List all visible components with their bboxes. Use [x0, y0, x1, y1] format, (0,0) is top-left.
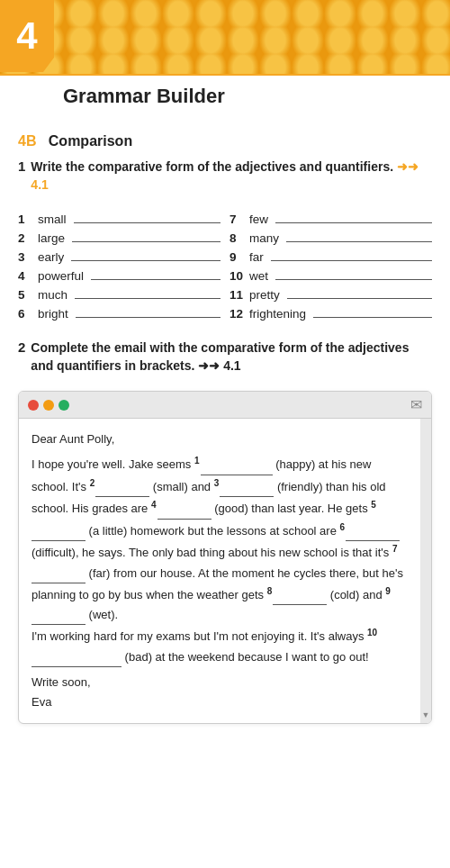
adj-item-5: 5 much — [18, 285, 220, 304]
window-controls — [28, 400, 69, 411]
exercise2-ref: ➜➜ 4.1 — [198, 358, 240, 373]
adj-item-1: 1 small — [18, 210, 220, 229]
adj-item-2: 2 large — [18, 229, 220, 248]
blank-num-5: 5 — [371, 500, 376, 510]
blank-line-9 — [271, 260, 432, 261]
blank-line-6 — [76, 317, 220, 318]
blank-line-8 — [286, 241, 432, 242]
header-title-box: Grammar Builder — [0, 74, 450, 117]
section-title: Comparison — [49, 133, 132, 149]
blank-7[interactable] — [32, 571, 86, 583]
email-body: Dear Aunt Polly, I hope you're well. Jak… — [19, 419, 420, 723]
blank-line-11 — [287, 298, 432, 299]
exercise2-title: Complete the email with the comparative … — [31, 339, 432, 375]
page-wrapper: 4 Grammar Builder 4B Comparison 1 Write … — [0, 0, 450, 868]
blank-line-4 — [91, 279, 220, 280]
adj-item-12: 12 frightening — [230, 304, 432, 323]
email-greeting: Dear Aunt Polly, — [32, 429, 406, 449]
exercise2-number: 2 — [18, 339, 25, 355]
blank-8[interactable] — [273, 592, 327, 605]
blank-6[interactable] — [346, 529, 400, 541]
blank-3[interactable] — [220, 484, 274, 497]
chapter-number-box: 4 — [0, 0, 54, 72]
email-sign-off: Write soon, — [32, 673, 406, 692]
scrollbar[interactable]: ▼ — [420, 419, 431, 723]
email-icon: ✉ — [410, 396, 422, 413]
email-box: ✉ Dear Aunt Polly, I hope you're well. J… — [18, 391, 432, 724]
header-title: Grammar Builder — [63, 85, 225, 107]
blank-5[interactable] — [32, 529, 86, 541]
blank-num-1: 1 — [194, 456, 200, 466]
exercise2-header: 2 Complete the email with the comparativ… — [18, 339, 432, 384]
blank-2[interactable] — [95, 484, 149, 497]
chapter-number: 4 — [16, 17, 37, 55]
minimize-button-dot[interactable] — [43, 400, 54, 411]
blank-line-7 — [275, 222, 432, 223]
email-titlebar: ✉ — [19, 392, 431, 419]
exercise1-number: 1 — [18, 158, 25, 174]
adj-item-7: 7 few — [230, 210, 432, 229]
section-label: 4B — [18, 133, 36, 149]
blank-line-10 — [275, 279, 432, 280]
adj-item-3: 3 early — [18, 248, 220, 267]
blank-num-7: 7 — [392, 544, 398, 554]
scroll-down-arrow[interactable]: ▼ — [422, 711, 430, 719]
blank-line-5 — [75, 298, 220, 299]
adj-item-6: 6 bright — [18, 304, 220, 323]
maximize-button-dot[interactable] — [58, 400, 69, 411]
blank-num-6: 6 — [340, 522, 346, 532]
blank-9[interactable] — [32, 612, 86, 625]
adj-item-11: 11 pretty — [230, 285, 432, 304]
blank-line-12 — [313, 317, 432, 318]
blank-line-3 — [71, 260, 220, 261]
blank-num-9: 9 — [385, 586, 391, 596]
blank-line-2 — [72, 241, 220, 242]
header: 4 Grammar Builder — [0, 0, 450, 117]
adjective-grid: 1 small 2 large 3 early 4 powerful — [18, 210, 432, 323]
blank-10[interactable] — [32, 655, 122, 667]
blank-num-8: 8 — [267, 586, 273, 596]
adj-item-9: 9 far — [230, 248, 432, 267]
close-button-dot[interactable] — [28, 400, 39, 411]
left-column: 1 small 2 large 3 early 4 powerful — [18, 210, 220, 323]
blank-num-2: 2 — [90, 478, 95, 488]
section-heading: 4B Comparison — [18, 133, 432, 149]
email-signature: Eva — [32, 692, 406, 712]
exercise1-header: 1 Write the comparative form of the adje… — [18, 158, 432, 203]
blank-num-10: 10 — [367, 628, 377, 637]
adj-item-8: 8 many — [230, 229, 432, 248]
adj-item-4: 4 powerful — [18, 267, 220, 285]
exercise1-title: Write the comparative form of the adject… — [31, 158, 432, 194]
blank-1[interactable] — [201, 463, 273, 475]
blank-4[interactable] — [158, 507, 212, 520]
email-content-row: Dear Aunt Polly, I hope you're well. Jak… — [19, 419, 431, 723]
blank-line-1 — [74, 222, 220, 223]
content-area: 4B Comparison 1 Write the comparative fo… — [0, 117, 450, 742]
adj-item-10: 10 wet — [230, 267, 432, 285]
email-paragraph: I hope you're well. Jake seems 1 (happy)… — [32, 453, 406, 666]
blank-num-3: 3 — [214, 478, 220, 488]
right-column: 7 few 8 many 9 far 10 wet — [230, 210, 432, 323]
blank-num-4: 4 — [151, 500, 157, 510]
